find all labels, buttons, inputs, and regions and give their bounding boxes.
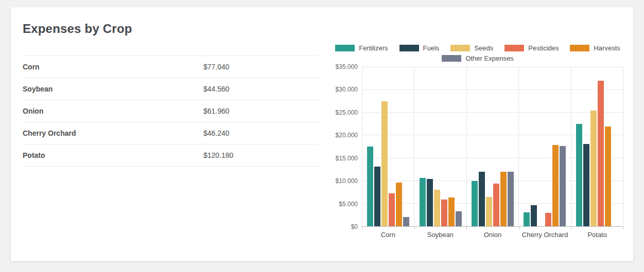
legend-swatch-other-expenses [442,55,461,62]
bar-other-expenses-soybean[interactable] [456,211,462,226]
bar-fertilizers-corn[interactable] [367,147,373,226]
crop-expenses-table: Corn$77.040Soybean$44.560Onion$61.960Che… [23,56,318,167]
bar-harvests-potato[interactable] [605,126,611,226]
table-row-cherry-orchard[interactable]: Cherry Orchard$46.240 [23,122,318,144]
bar-fuels-cherry-orchard[interactable] [531,205,537,226]
crop-name: Cherry Orchard [23,129,203,137]
plot-wrap: $0$5.000$10.000$15.000$20.000$25.000$30.… [362,67,623,227]
legend-label: Other Expenses [465,55,513,62]
x-axis-tickmark [414,227,415,229]
x-axis-label-soybean: Soybean [414,231,467,239]
legend-label: Fertilizers [359,44,388,52]
legend-label: Seeds [474,44,493,52]
crop-name: Potato [23,151,203,159]
bar-group-corn [362,67,414,226]
legend-row-1: FertilizersFuelsSeedsPesticidesHarvests [332,44,623,52]
legend-swatch-pesticides [504,45,524,51]
bar-fertilizers-potato[interactable] [576,124,582,226]
legend-item-fertilizers[interactable]: Fertilizers [335,44,388,52]
legend-swatch-harvests [570,45,589,51]
y-axis-tick: $0 [332,224,358,230]
bar-fuels-potato[interactable] [583,144,589,226]
legend-item-other-expenses[interactable]: Other Expenses [442,55,513,62]
table-row-potato[interactable]: Potato$120.180 [23,144,318,167]
y-axis-tick: $35.000 [332,64,358,70]
x-axis-label-onion: Onion [466,231,519,239]
x-axis-tickmark [362,227,362,229]
plot-area [362,67,623,227]
legend-label: Fuels [423,44,440,52]
bar-group-soybean [414,67,466,226]
bar-other-expenses-cherry-orchard[interactable] [560,146,566,226]
bar-pesticides-potato[interactable] [598,81,604,226]
x-axis-tickmark [519,227,519,229]
bar-pesticides-onion[interactable] [493,184,499,226]
x-axis-tickmark [466,227,467,229]
chart-legend: FertilizersFuelsSeedsPesticidesHarvests … [332,44,623,62]
bar-harvests-soybean[interactable] [448,197,455,227]
crop-amount: $46.240 [203,129,318,137]
crop-name: Soybean [23,85,203,93]
bar-seeds-corn[interactable] [381,101,388,226]
crop-amount: $61.960 [203,107,318,115]
x-axis: CornSoybeanOnionCherry OrchardPotato [362,227,623,239]
bar-fertilizers-cherry-orchard[interactable] [524,212,530,226]
bar-group-onion [467,67,519,226]
bar-pesticides-cherry-orchard[interactable] [545,213,551,226]
y-axis-tick: $30.000 [332,86,358,93]
y-axis-tick: $25.000 [332,110,358,116]
bar-pesticides-corn[interactable] [389,193,395,226]
legend-item-harvests[interactable]: Harvests [570,44,620,52]
legend-swatch-seeds [450,45,470,51]
x-axis-tickmark [623,227,624,229]
crop-name: Onion [23,107,203,115]
bar-fertilizers-onion[interactable] [472,181,478,226]
bar-harvests-onion[interactable] [500,172,507,226]
legend-label: Pesticides [528,44,559,52]
bar-harvests-corn[interactable] [396,183,402,226]
crop-amount: $77.040 [203,63,318,71]
bar-group-cherry-orchard [519,67,571,226]
bar-group-potato [571,67,623,226]
bar-seeds-potato[interactable] [590,111,597,226]
legend-item-fuels[interactable]: Fuels [399,44,440,52]
expenses-by-crop-panel: Expenses by Crop Corn$77.040Soybean$44.5… [11,7,633,261]
y-axis: $0$5.000$10.000$15.000$20.000$25.000$30.… [332,67,358,227]
panel-title: Expenses by Crop [23,22,132,36]
bar-fuels-onion[interactable] [479,172,485,226]
bar-seeds-soybean[interactable] [434,190,440,226]
legend-swatch-fertilizers [335,45,355,51]
crop-amount: $44.560 [203,85,318,93]
legend-item-seeds[interactable]: Seeds [450,44,493,52]
table-row-corn[interactable]: Corn$77.040 [23,56,318,78]
legend-item-pesticides[interactable]: Pesticides [504,44,559,52]
y-axis-tick: $15.000 [332,155,358,161]
legend-label: Harvests [594,44,620,52]
legend-row-2: Other Expenses [332,55,623,62]
bar-seeds-onion[interactable] [486,197,492,226]
bar-harvests-cherry-orchard[interactable] [552,145,559,226]
bar-fuels-soybean[interactable] [427,179,433,226]
expenses-chart: FertilizersFuelsSeedsPesticidesHarvests … [332,44,623,239]
x-axis-tickmark [571,227,571,229]
x-axis-label-potato: Potato [571,231,623,239]
bar-fuels-corn[interactable] [374,167,380,226]
x-axis-label-corn: Corn [362,231,414,239]
y-axis-tick: $20.000 [332,132,358,138]
bar-other-expenses-corn[interactable] [403,217,409,226]
table-row-soybean[interactable]: Soybean$44.560 [23,78,318,100]
y-axis-tick: $10.000 [332,178,358,184]
y-axis-tick: $5.000 [332,201,358,207]
x-axis-label-cherry-orchard: Cherry Orchard [519,231,571,239]
crop-name: Corn [23,63,203,71]
legend-swatch-fuels [399,45,419,51]
bar-pesticides-soybean[interactable] [441,200,447,226]
crop-amount: $120.180 [203,151,318,159]
bar-fertilizers-soybean[interactable] [420,178,426,226]
table-row-onion[interactable]: Onion$61.960 [23,100,318,122]
bar-other-expenses-onion[interactable] [508,172,514,226]
